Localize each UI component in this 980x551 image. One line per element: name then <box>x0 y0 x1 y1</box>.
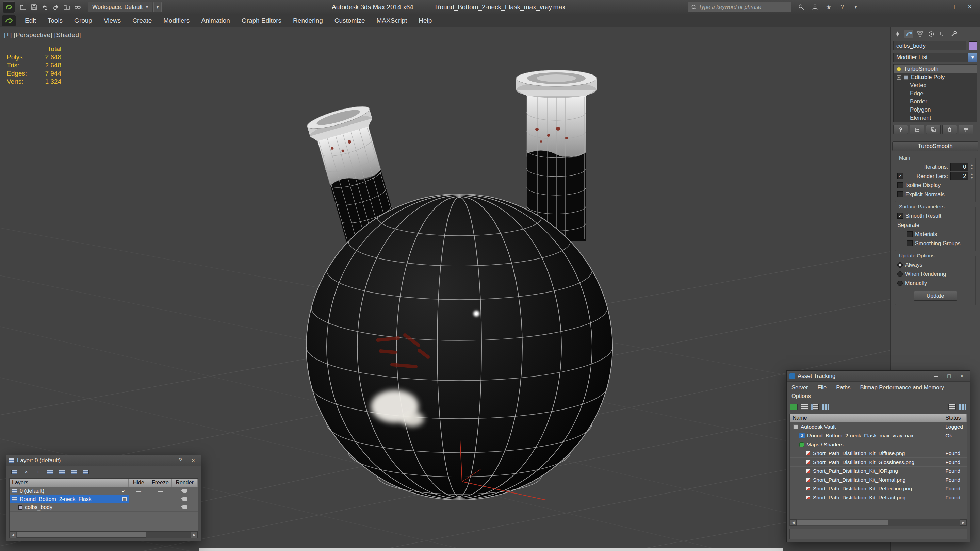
dialog-help-button[interactable]: ? <box>175 456 185 465</box>
asset-row-normal[interactable]: Short_Path_Distillation_Kit_Normal.png F… <box>790 475 967 484</box>
iterations-spinner[interactable]: ▲▼ <box>970 164 973 170</box>
menu-item-animation[interactable]: Animation <box>195 14 236 27</box>
expander-icon[interactable]: − <box>897 75 901 79</box>
column-header-render[interactable]: Render <box>172 478 198 487</box>
render-iters-field[interactable]: 2 <box>950 172 968 180</box>
hide-toggle[interactable]: — <box>137 505 141 510</box>
scene-link-icon[interactable] <box>72 2 83 13</box>
asset-row-ior[interactable]: Short_Path_Distillation_Kit_IOR.png Foun… <box>790 467 967 475</box>
layer-dialog-titlebar[interactable]: Layer: 0 (default) ? × <box>6 455 201 466</box>
configure-modifier-sets-button[interactable] <box>959 125 973 134</box>
hierarchy-tab-icon[interactable] <box>916 30 924 38</box>
menu-item-server[interactable]: Server <box>791 384 808 391</box>
freeze-toggle[interactable]: — <box>158 488 163 494</box>
asset-row-vault[interactable]: Autodesk Vault Logged <box>790 422 967 431</box>
column-header-status[interactable]: Status <box>943 414 967 422</box>
display-tab-icon[interactable] <box>938 30 947 38</box>
dialog-close-button[interactable]: × <box>188 456 198 465</box>
remove-modifier-button[interactable] <box>942 125 957 134</box>
menu-item-rendering[interactable]: Rendering <box>287 14 329 27</box>
column-header-name[interactable]: Name <box>790 414 943 422</box>
minimize-button[interactable]: ─ <box>928 2 943 12</box>
make-unique-button[interactable] <box>926 125 940 134</box>
details-view-icon[interactable] <box>811 404 819 410</box>
sign-in-icon[interactable] <box>810 2 820 12</box>
column-header-hide[interactable]: Hide <box>129 478 149 487</box>
stack-subitem-border[interactable]: Border <box>894 98 977 106</box>
set-current-layer-icon[interactable] <box>57 468 67 476</box>
minimize-button[interactable]: ─ <box>931 372 941 380</box>
scroll-left-icon[interactable]: ◀ <box>790 519 797 526</box>
materials-checkbox[interactable] <box>907 231 913 237</box>
motion-tab-icon[interactable] <box>927 30 936 38</box>
utilities-tab-icon[interactable] <box>950 30 958 38</box>
viewport-label[interactable]: [+] [Perspective] [Shaded] <box>4 31 81 39</box>
scroll-left-icon[interactable]: ◀ <box>10 532 16 538</box>
column-header-layers[interactable]: Layers <box>10 478 129 487</box>
asset-row-maxfile[interactable]: 3Round_Bottom_2-neck_Flask_max_vray.max … <box>790 431 967 440</box>
dropdown-arrow-icon[interactable]: ▼ <box>968 53 977 62</box>
maximize-button[interactable]: □ <box>944 372 954 380</box>
info-icon[interactable] <box>948 404 956 410</box>
help-icon[interactable]: ? <box>837 2 847 12</box>
close-button[interactable]: × <box>957 372 967 380</box>
stack-subitem-edge[interactable]: Edge <box>894 89 977 98</box>
redo-icon[interactable] <box>50 2 61 13</box>
freeze-toggle[interactable]: — <box>158 505 163 510</box>
list-view-icon[interactable] <box>801 404 808 410</box>
project-folder-icon[interactable] <box>61 2 72 13</box>
smoothing-groups-checkbox[interactable] <box>907 240 913 246</box>
stack-subitem-polygon[interactable]: Polygon <box>894 106 977 114</box>
hide-toggle[interactable]: — <box>137 497 141 502</box>
workspace-selector[interactable]: Workspace: Default ▾ <box>88 2 153 12</box>
stack-subitem-vertex[interactable]: Vertex <box>894 81 977 89</box>
render-toggle-icon[interactable] <box>182 505 188 509</box>
freeze-toggle[interactable]: — <box>158 497 163 502</box>
menu-item-file[interactable]: File <box>818 384 827 391</box>
menu-item-views[interactable]: Views <box>98 14 127 27</box>
menu-item-modifiers[interactable]: Modifiers <box>158 14 195 27</box>
maximize-button[interactable]: □ <box>945 2 960 12</box>
asset-row-reflection[interactable]: Short_Path_Distillation_Kit_Reflection.p… <box>790 484 967 493</box>
scroll-right-icon[interactable]: ▶ <box>191 532 198 538</box>
search-settings-icon[interactable] <box>796 2 807 12</box>
menu-item-customize[interactable]: Customize <box>329 14 371 27</box>
asset-row-diffuse[interactable]: Short_Path_Distillation_Kit_Diffuse.png … <box>790 449 967 458</box>
manually-radio[interactable] <box>897 281 903 286</box>
select-layer-icon[interactable] <box>45 468 55 476</box>
menu-item-tools[interactable]: Tools <box>42 14 68 27</box>
smooth-result-checkbox[interactable]: ✓ <box>897 213 903 219</box>
hide-unhide-layer-icon[interactable] <box>81 468 91 476</box>
add-to-layer-icon[interactable]: + <box>33 468 43 476</box>
application-menu-button[interactable] <box>3 2 15 13</box>
search-input[interactable] <box>698 4 788 10</box>
menu-item-group[interactable]: Group <box>68 14 98 27</box>
layer-row-flask[interactable]: Round_Bottom_2-neck_Flask — — <box>10 495 198 503</box>
hide-toggle[interactable]: — <box>137 488 141 494</box>
iterations-field[interactable]: 0 <box>950 163 968 171</box>
isoline-display-checkbox[interactable] <box>897 182 903 188</box>
update-button[interactable]: Update <box>914 291 957 301</box>
menu-item-edit[interactable]: Edit <box>19 14 42 27</box>
undo-icon[interactable] <box>40 2 50 13</box>
render-toggle-icon[interactable] <box>182 497 188 501</box>
stack-item-turbosmooth[interactable]: TurboSmooth <box>894 65 977 73</box>
create-tab-icon[interactable] <box>893 30 902 38</box>
menu-item-graph-editors[interactable]: Graph Editors <box>236 14 287 27</box>
asset-tracking-titlebar[interactable]: Asset Tracking ─ □ × <box>787 371 970 382</box>
stack-item-editable-poly[interactable]: − Editable Poly <box>894 73 977 81</box>
infocenter-search[interactable] <box>688 2 791 12</box>
object-name-field[interactable]: colbs_body <box>893 41 966 50</box>
favorites-star-icon[interactable]: ★ <box>824 2 834 12</box>
pin-stack-button[interactable] <box>893 125 908 134</box>
scroll-right-icon[interactable]: ▶ <box>960 519 967 526</box>
taskbar-strip[interactable] <box>199 548 783 551</box>
turbosmooth-rollout-header[interactable]: − TurboSmooth <box>892 141 978 151</box>
menu-item-bitmap-performance[interactable]: Bitmap Performance and Memory <box>860 384 944 391</box>
object-color-swatch[interactable] <box>969 41 977 50</box>
open-file-icon[interactable] <box>18 2 29 13</box>
asset-row-glossiness[interactable]: Short_Path_Distillation_Kit_Glossiness.p… <box>790 458 967 467</box>
render-toggle-icon[interactable] <box>182 489 188 493</box>
3dsmax-app-logo[interactable] <box>2 15 16 26</box>
delete-layer-icon[interactable]: × <box>21 468 31 476</box>
